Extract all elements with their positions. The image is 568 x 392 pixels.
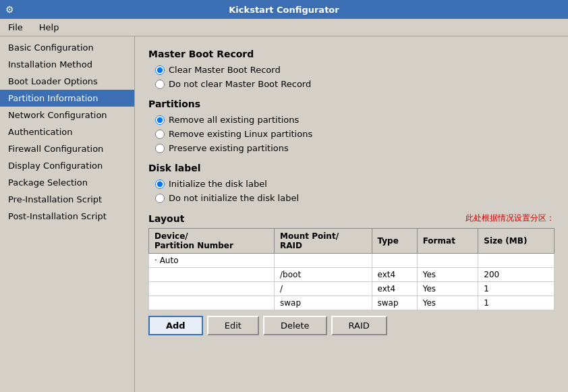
radio-init-disk[interactable]: Initialize the disk label	[155, 179, 555, 189]
radio-no-init-disk-label: Do not initialize the disk label	[169, 193, 299, 203]
radio-no-init-disk-input[interactable]	[155, 194, 165, 203]
cell-type-1: ext4	[372, 268, 417, 282]
layout-section: Layout 此处根据情况设置分区： Device/Partition Numb…	[148, 213, 555, 335]
sidebar-item-network-configuration[interactable]: Network Configuration	[0, 107, 134, 123]
col-device: Device/Partition Number	[149, 229, 275, 254]
sidebar-item-authentication[interactable]: Authentication	[0, 123, 134, 140]
cell-mount-2: /	[275, 282, 372, 296]
sidebar-item-basic-configuration[interactable]: Basic Configuration	[0, 39, 134, 56]
radio-clear-mbr-label: Clear Master Boot Record	[169, 65, 281, 75]
cell-format-2: Yes	[417, 282, 478, 296]
table-row[interactable]: swap swap Yes 1	[149, 296, 555, 310]
cell-size-2: 1	[478, 282, 555, 296]
radio-init-disk-input[interactable]	[155, 179, 165, 189]
partition-table: Device/Partition Number Mount Point/RAID…	[148, 228, 555, 310]
cell-format-0	[417, 254, 478, 268]
content-area: Master Boot Record Clear Master Boot Rec…	[135, 36, 568, 392]
cell-format-1: Yes	[417, 268, 478, 282]
delete-button[interactable]: Delete	[263, 316, 327, 335]
cell-device-2	[149, 282, 275, 296]
cell-type-0	[372, 254, 417, 268]
cell-device-3	[149, 296, 275, 310]
title-bar: ⚙ Kickstart Configurator	[0, 0, 568, 19]
disk-label-options: Initialize the disk label Do not initial…	[148, 179, 555, 203]
radio-clear-mbr-input[interactable]	[155, 65, 165, 75]
col-format: Format	[417, 229, 478, 254]
radio-preserve[interactable]: Preserve existing partitions	[155, 143, 555, 153]
cell-mount-3: swap	[275, 296, 372, 310]
master-boot-record-options: Clear Master Boot Record Do not clear Ma…	[148, 65, 555, 89]
sidebar: Basic Configuration Installation Method …	[0, 36, 135, 392]
table-row[interactable]: · Auto	[149, 254, 555, 268]
sidebar-item-post-installation-script[interactable]: Post-Installation Script	[0, 208, 134, 225]
menu-help[interactable]: Help	[35, 21, 63, 34]
radio-no-clear-mbr[interactable]: Do not clear Master Boot Record	[155, 79, 555, 89]
radio-no-init-disk[interactable]: Do not initialize the disk label	[155, 193, 555, 203]
radio-remove-all-input[interactable]	[155, 115, 165, 125]
add-button[interactable]: Add	[148, 316, 203, 335]
button-bar: Add Edit Delete RAID	[148, 316, 555, 335]
cell-type-2: ext4	[372, 282, 417, 296]
layout-note: 此处根据情况设置分区：	[465, 213, 555, 224]
sidebar-item-package-selection[interactable]: Package Selection	[0, 174, 134, 191]
col-size: Size (MB)	[478, 229, 555, 254]
col-mount: Mount Point/RAID	[275, 229, 372, 254]
cell-device-0: · Auto	[149, 254, 275, 268]
radio-no-clear-mbr-label: Do not clear Master Boot Record	[169, 79, 311, 89]
col-type: Type	[372, 229, 417, 254]
radio-preserve-label: Preserve existing partitions	[169, 143, 289, 153]
sidebar-item-pre-installation-script[interactable]: Pre-Installation Script	[0, 191, 134, 208]
partitions-title: Partitions	[148, 99, 555, 109]
sidebar-item-boot-loader-options[interactable]: Boot Loader Options	[0, 73, 134, 90]
radio-remove-all-label: Remove all existing partitions	[169, 115, 299, 125]
cell-size-1: 200	[478, 268, 555, 282]
edit-button[interactable]: Edit	[207, 316, 259, 335]
app-icon: ⚙	[5, 4, 14, 15]
radio-clear-mbr[interactable]: Clear Master Boot Record	[155, 65, 555, 75]
raid-button[interactable]: RAID	[331, 316, 387, 335]
partitions-options: Remove all existing partitions Remove ex…	[148, 115, 555, 153]
main-container: Basic Configuration Installation Method …	[0, 36, 568, 392]
radio-init-disk-label: Initialize the disk label	[169, 179, 267, 189]
radio-preserve-input[interactable]	[155, 144, 165, 153]
cell-size-0	[478, 254, 555, 268]
radio-remove-all[interactable]: Remove all existing partitions	[155, 115, 555, 125]
sidebar-item-firewall-configuration[interactable]: Firewall Configuration	[0, 140, 134, 157]
table-row[interactable]: /boot ext4 Yes 200	[149, 268, 555, 282]
cell-mount-1: /boot	[275, 268, 372, 282]
cell-format-3: Yes	[417, 296, 478, 310]
sidebar-item-installation-method[interactable]: Installation Method	[0, 56, 134, 73]
window-title: Kickstart Configurator	[229, 5, 339, 15]
cell-mount-0	[275, 254, 372, 268]
sidebar-item-display-configuration[interactable]: Display Configuration	[0, 157, 134, 174]
cell-device-1	[149, 268, 275, 282]
radio-remove-linux-label: Remove existing Linux partitions	[169, 129, 312, 139]
table-row[interactable]: / ext4 Yes 1	[149, 282, 555, 296]
sidebar-item-partition-information[interactable]: Partition Information	[0, 90, 134, 107]
radio-remove-linux[interactable]: Remove existing Linux partitions	[155, 129, 555, 139]
master-boot-record-title: Master Boot Record	[148, 49, 555, 59]
menu-file[interactable]: File	[4, 21, 27, 34]
radio-no-clear-mbr-input[interactable]	[155, 80, 165, 89]
cell-size-3: 1	[478, 296, 555, 310]
layout-title: Layout	[148, 213, 184, 224]
menu-bar: File Help	[0, 19, 568, 36]
radio-remove-linux-input[interactable]	[155, 130, 165, 139]
cell-type-3: swap	[372, 296, 417, 310]
layout-header: Layout 此处根据情况设置分区：	[148, 213, 555, 224]
disk-label-title: Disk label	[148, 163, 555, 173]
